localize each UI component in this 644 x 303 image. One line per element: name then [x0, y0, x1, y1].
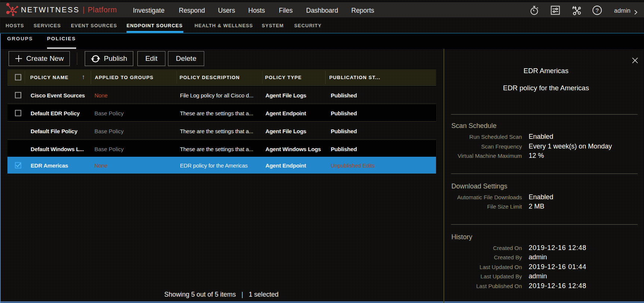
svg-text:?: ?: [595, 7, 598, 13]
